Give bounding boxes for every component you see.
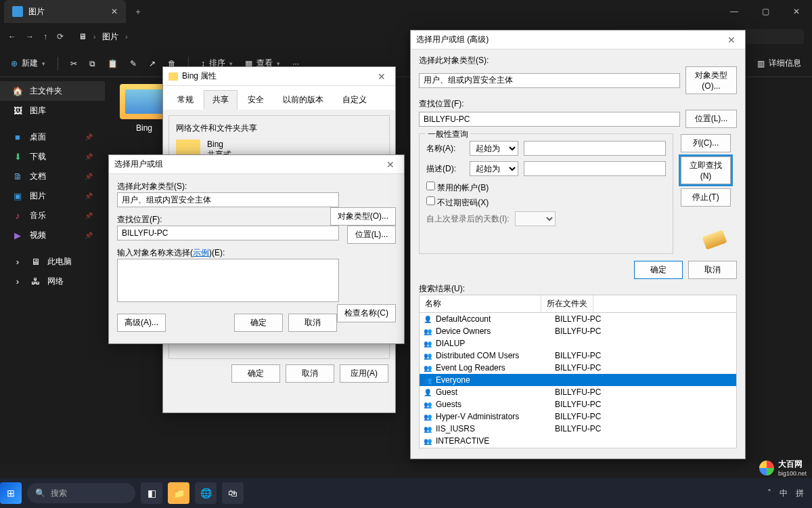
name-match-select[interactable]: 起始为 [470,141,518,156]
cancel-button[interactable]: 取消 [286,364,334,383]
result-row[interactable]: 👥Everyone [420,374,736,386]
apply-button[interactable]: 应用(A) [340,364,388,383]
pin-icon: 📌 [85,212,93,219]
cancel-button[interactable]: 取消 [288,314,337,332]
forward-button[interactable]: → [26,32,34,41]
cancel-button[interactable]: 取消 [688,261,737,279]
object-type-input[interactable] [419,73,680,88]
close-window-button[interactable]: ✕ [781,0,812,23]
chevron-up-icon[interactable]: ˄ [767,488,771,498]
system-tray[interactable]: ˄ 中 拼 [767,488,812,499]
edge-taskbar-icon[interactable]: 🌐 [195,482,217,504]
location-input[interactable] [419,112,680,127]
new-button[interactable]: ⊕新建▾ [11,58,45,69]
sidebar-pictures[interactable]: ▣图片📌 [0,186,105,206]
desc-query-input[interactable] [524,161,666,176]
object-types-button[interactable]: 对象类型(O)... [685,66,737,94]
columns-button[interactable]: 列(C)... [681,134,731,152]
find-now-button[interactable]: 立即查找(N) [681,156,731,184]
sidebar-videos[interactable]: ▶视频📌 [0,226,105,245]
address-bar[interactable]: 🖥 › 图片 › [78,31,128,43]
result-row[interactable]: 👥IIS_IUSRSBILLYFU-PC [420,423,736,435]
sidebar-desktop[interactable]: ■桌面📌 [0,127,105,147]
select-users-advanced-dialog: 选择用户或组 (高级)✕ 选择此对象类型(S): 对象类型(O)... 查找位置… [410,30,746,459]
sidebar-gallery[interactable]: 🖼图库 [0,101,105,121]
path-segment[interactable]: 图片 [102,31,118,43]
dialog-title: 选择用户或组 [114,158,163,170]
column-name[interactable]: 名称 [420,295,541,312]
task-view-button[interactable]: ◧ [141,482,162,504]
tab-sharing[interactable]: 共享 [204,90,238,110]
sidebar-music[interactable]: ♪音乐📌 [0,206,105,226]
tab-custom[interactable]: 自定义 [334,90,376,110]
result-row[interactable]: 👥GuestsBILLYFU-PC [420,398,736,410]
paste-button[interactable]: 📋 [108,59,118,68]
results-list[interactable]: 👤DefaultAccountBILLYFU-PC👥Device OwnersB… [419,313,737,448]
result-row[interactable]: 👥Device OwnersBILLYFU-PC [420,325,736,337]
back-button[interactable]: ← [8,32,16,41]
sidebar: 🏠主文件夹 🖼图库 ■桌面📌 ⬇下载📌 🗎文档📌 ▣图片📌 ♪音乐📌 ▶视频📌 … [0,77,105,463]
close-tab-icon[interactable]: ✕ [111,7,118,16]
explorer-taskbar-icon[interactable]: 📁 [168,482,189,504]
start-button[interactable]: ⊞ [0,482,22,504]
example-link[interactable]: 示例 [193,248,209,257]
result-row[interactable]: 👥DIALUP [420,337,736,350]
result-row[interactable]: 👤DefaultAccountBILLYFU-PC [420,313,736,325]
name-query-input[interactable] [524,141,666,156]
advanced-button[interactable]: 高级(A)... [117,314,166,332]
window-tab[interactable]: 图片 ✕ [4,0,126,23]
ime-lang2[interactable]: 拼 [796,488,804,499]
chevron-icon: › [125,33,127,41]
share-name: Bing [207,140,231,149]
tab-security[interactable]: 安全 [239,90,273,110]
principal-icon: 👥 [422,436,433,446]
result-row[interactable]: 👤GuestBILLYFU-PC [420,386,736,398]
refresh-button[interactable]: ⟳ [57,32,64,41]
result-row[interactable]: 👥INTERACTIVE [420,435,736,447]
desc-match-select[interactable]: 起始为 [470,161,518,176]
column-folder[interactable]: 所在文件夹 [541,295,593,312]
rename-button[interactable]: ✎ [130,59,137,68]
ok-button[interactable]: 确定 [234,314,283,332]
maximize-button[interactable]: ▢ [750,0,781,23]
close-button[interactable]: ✕ [382,159,399,170]
share-button[interactable]: ↗ [149,59,156,68]
stop-button[interactable]: 停止(T) [681,188,731,207]
location-input[interactable] [117,226,339,240]
sidebar-home[interactable]: 🏠主文件夹 [0,81,105,101]
nonexpiring-password-checkbox[interactable] [426,196,435,205]
check-names-button[interactable]: 检查名称(C) [337,304,396,322]
taskbar-search[interactable]: 🔍搜索 [27,483,135,503]
names-textarea[interactable] [117,259,339,302]
result-row[interactable]: 👥Distributed COM UsersBILLYFU-PC [420,350,736,362]
sidebar-network[interactable]: ›🖧网络 [0,272,105,291]
select-users-dialog: 选择用户或组✕ 选择此对象类型(S): 对象类型(O)... 查找位置(F): … [108,154,405,344]
result-row[interactable]: 👥Hyper-V AdministratorsBILLYFU-PC [420,410,736,423]
object-types-button[interactable]: 对象类型(O)... [330,207,396,226]
sidebar-documents[interactable]: 🗎文档📌 [0,167,105,186]
result-row[interactable]: 👤IUSR [420,447,736,448]
locations-button[interactable]: 位置(L)... [685,110,737,128]
minimize-button[interactable]: — [719,0,750,23]
ime-lang1[interactable]: 中 [780,488,788,499]
ok-button[interactable]: 确定 [634,261,683,279]
sidebar-downloads[interactable]: ⬇下载📌 [0,147,105,167]
new-tab-button[interactable]: ＋ [126,6,150,18]
object-type-input[interactable] [117,192,339,207]
cut-button[interactable]: ✂ [70,59,77,68]
close-button[interactable]: ✕ [723,35,740,45]
up-button[interactable]: ↑ [43,32,47,41]
copy-button[interactable]: ⧉ [89,59,95,68]
disabled-accounts-checkbox[interactable] [426,182,435,190]
ok-button[interactable]: 确定 [231,364,280,383]
store-taskbar-icon[interactable]: 🛍 [222,482,244,504]
details-button[interactable]: ▥ 详细信息 [757,58,801,69]
tab-previous[interactable]: 以前的版本 [274,90,332,110]
locations-button[interactable]: 位置(L)... [347,226,396,244]
result-row[interactable]: 👥Event Log ReadersBILLYFU-PC [420,362,736,374]
days-select[interactable] [515,211,556,226]
folder-icon [120,84,168,119]
tab-general[interactable]: 常规 [168,90,202,110]
close-button[interactable]: ✕ [374,71,390,82]
sidebar-thispc[interactable]: ›🖥此电脑 [0,252,105,272]
